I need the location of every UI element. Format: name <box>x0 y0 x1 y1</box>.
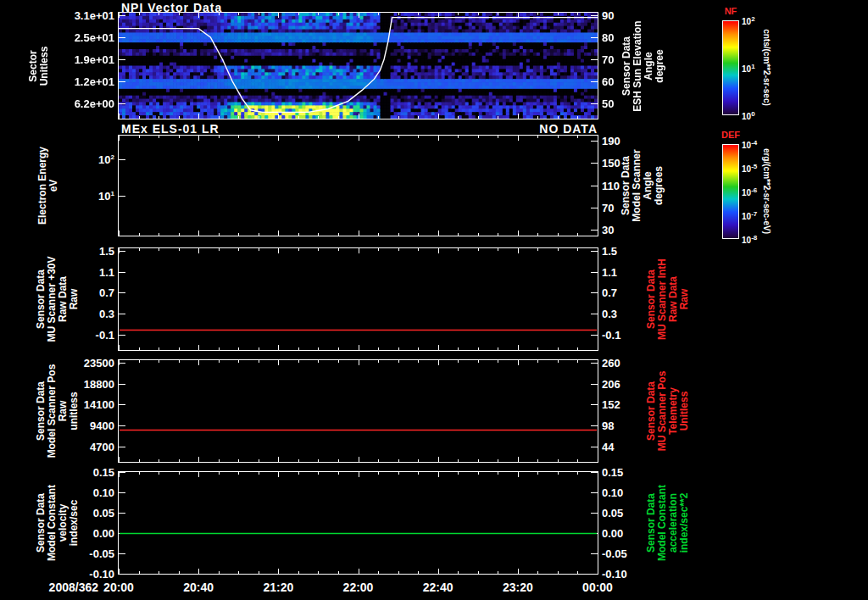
colorbar-tick-label: 101 <box>742 63 777 74</box>
axis-label-line: Unitless <box>679 360 690 462</box>
panel-frame-5 <box>118 471 598 575</box>
panel4-left-axis-label: Sensor DataModel Scanner PosRawunitless <box>36 360 80 462</box>
axis-label-line: ESH Sun Elevation <box>632 13 643 119</box>
colorbar-nf <box>722 20 739 115</box>
colorbar-tick-label: 10-7 <box>742 210 777 221</box>
axis-label-line: eV <box>48 136 59 236</box>
colorbar-tick-label: 102 <box>742 15 777 26</box>
panel3-left-axis-label: Sensor DataMU Scanner +30VRaw DataRaw <box>36 248 80 350</box>
y-tick-label-left: 1.2e+01 <box>51 75 114 88</box>
y-tick-label-left: 101 <box>51 190 114 203</box>
axis-label-line: Raw <box>679 248 690 350</box>
y-tick-label-left: 2.5e+01 <box>51 31 114 44</box>
x-tick-label: 23:20 <box>488 581 548 594</box>
x-tick-label: 22:40 <box>409 581 468 594</box>
x-tick-label: 20:40 <box>169 581 228 594</box>
axis-label-line: degrees <box>654 136 665 236</box>
panel-ticks-2 <box>119 136 598 236</box>
axis-label-line: Angle <box>643 13 654 119</box>
colorbar-tick-label: 10-8 <box>742 234 777 245</box>
x-tick-label: 00:00 <box>568 581 627 594</box>
chart-layer: 3.1e+012.5e+011.9e+011.2e+016.2e+0090807… <box>0 0 868 600</box>
colorbar-tick-label: 10-5 <box>742 163 777 174</box>
y-tick-label-left: 3.1e+01 <box>51 9 114 22</box>
colorbar-tick-label: 10-6 <box>742 186 777 197</box>
colorbar-tick-label: 100 <box>742 110 777 121</box>
panel2-left-axis-label: Electron EnergyeV <box>37 136 59 236</box>
panel-ticks-3 <box>119 248 598 350</box>
axis-label-line: index/sec**2 <box>679 472 690 574</box>
panel-frame-2 <box>118 135 598 236</box>
panel-ticks-4 <box>119 360 598 462</box>
panel5-right-axis-label: Sensor DataModel Constantaccelerationind… <box>646 472 690 574</box>
plot-area: NPI Vector Data MEx ELS-01 LR NO DATA 20… <box>0 0 868 600</box>
colorbar-tick-label: 10-4 <box>742 139 777 150</box>
colorbar-units-label: cnts/(cm**2-sr-sec) <box>762 4 771 131</box>
y-tick-label-left: 102 <box>51 153 114 166</box>
panel2-right-axis-label: Sensor DataModel ScannerAngledegrees <box>620 136 665 236</box>
colorbar-units-label: erg/(cm**2-sr-sec-eV) <box>762 128 771 255</box>
panel-frame-4 <box>118 359 598 463</box>
axis-label-line: degree <box>654 13 665 119</box>
x-tick-label: 22:00 <box>329 581 388 594</box>
panel5-left-axis-label: Sensor DataModel Constantvelocityindex/s… <box>36 472 80 574</box>
panel4-right-axis-label: Sensor DataMU Scanner PosTelemetryUnitle… <box>646 360 690 462</box>
panel-ticks-5 <box>119 472 598 574</box>
panel-frame-3 <box>118 247 598 351</box>
panel3-right-axis-label: Sensor DataMU Scanner IntHRaw DataRaw <box>646 248 690 350</box>
panel1-left-axis-label: SectorUnitless <box>27 13 49 119</box>
y-tick-label-left: 1.9e+01 <box>51 53 114 66</box>
axis-label-line: Sector <box>27 13 38 119</box>
panel1-right-axis-label: Sensor DataESH Sun ElevationAngledegree <box>620 13 665 119</box>
x-tick-label: 20:00 <box>89 581 148 594</box>
axis-label-line: index/sec <box>69 472 80 574</box>
axis-label-line: unitless <box>69 360 80 462</box>
axis-label-line: Raw <box>69 248 80 350</box>
panel-frame-1 <box>118 12 598 119</box>
colorbar-def <box>722 144 739 239</box>
panel-ticks-1 <box>119 13 598 119</box>
y-tick-label-left: 6.2e+00 <box>51 97 114 110</box>
axis-label-line: Sensor Data <box>620 13 632 119</box>
axis-label-line: Unitless <box>38 13 49 119</box>
x-tick-label: 21:20 <box>248 581 308 594</box>
